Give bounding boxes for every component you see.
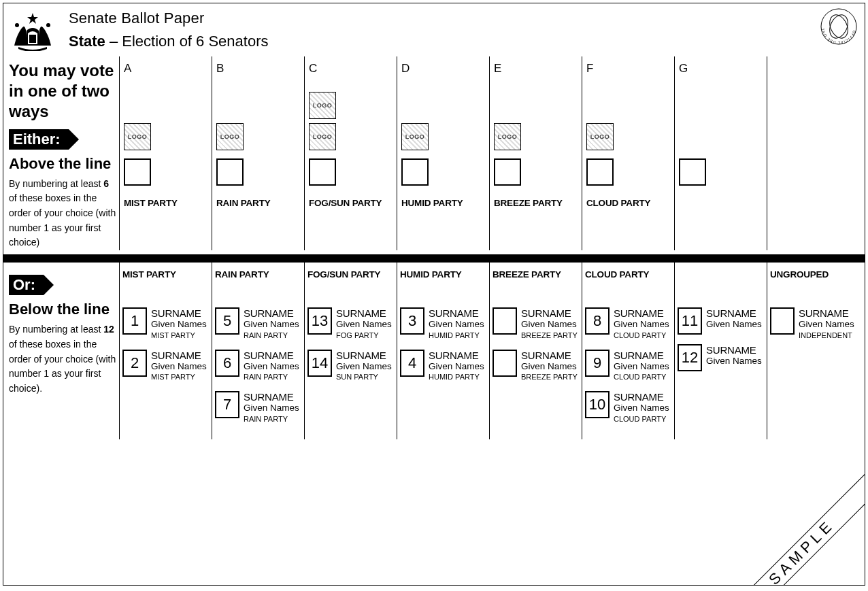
candidate-text: SURNAMEGiven Names <box>706 344 762 371</box>
sample-watermark: SAMPLE <box>716 467 865 586</box>
above-vote-box[interactable] <box>309 158 336 186</box>
below-column: RAIN PARTY5SURNAMEGiven NamesRAIN PARTY6… <box>212 263 304 439</box>
party-logo: LOGO <box>309 92 336 119</box>
candidate-text: SURNAMEGiven NamesINDEPENDENT <box>799 307 854 339</box>
candidate-given-names: Given Names <box>706 319 762 330</box>
above-vote-box[interactable] <box>216 158 244 186</box>
candidate-text: SURNAMEGiven NamesCLOUD PARTY <box>614 391 669 423</box>
logo-area: LOGO <box>494 82 578 150</box>
candidate-row: SURNAMEGiven NamesBREEZE PARTY <box>493 350 579 382</box>
crest-icon <box>7 10 58 51</box>
candidate-vote-box[interactable] <box>493 350 517 377</box>
candidate-row: 11SURNAMEGiven Names <box>678 307 764 335</box>
below-column: CLOUD PARTY8SURNAMEGiven NamesCLOUD PART… <box>582 263 674 439</box>
section-divider <box>3 254 865 263</box>
candidate-text: SURNAMEGiven NamesCLOUD PARTY <box>614 307 669 339</box>
candidate-text: SURNAMEGiven Names <box>706 307 762 335</box>
below-column: BREEZE PARTYSURNAMEGiven NamesBREEZE PAR… <box>489 263 582 439</box>
svg-text:OFFICIAL USE ONLY: OFFICIAL USE ONLY <box>820 7 856 45</box>
column-letter: D <box>401 62 485 75</box>
candidate-vote-box[interactable] <box>493 307 517 335</box>
candidate-given-names: Given Names <box>244 403 299 413</box>
you-may-text: You may vote in one of two ways <box>9 61 116 122</box>
svg-rect-1 <box>29 35 36 43</box>
candidate-vote-box[interactable]: 13 <box>307 307 332 335</box>
below-party-name-label <box>678 269 764 307</box>
candidate-text: SURNAMEGiven NamesRAIN PARTY <box>244 307 299 339</box>
party-name-label: BREEZE PARTY <box>494 198 578 210</box>
candidate-vote-box[interactable]: 7 <box>215 391 239 418</box>
candidate-vote-box[interactable]: 4 <box>400 350 424 377</box>
candidate-text: SURNAMEGiven NamesMIST PARTY <box>151 307 207 339</box>
candidate-row: 3SURNAMEGiven NamesHUMID PARTY <box>400 307 486 339</box>
candidate-party: RAIN PARTY <box>244 373 299 382</box>
candidate-party: CLOUD PARTY <box>614 331 669 340</box>
logo-area: LOGO <box>401 82 485 150</box>
candidate-given-names: Given Names <box>429 319 484 330</box>
candidate-party: MIST PARTY <box>151 331 207 340</box>
above-column <box>767 56 859 250</box>
candidate-vote-box[interactable]: 3 <box>400 307 424 335</box>
candidate-row: 10SURNAMEGiven NamesCLOUD PARTY <box>585 391 671 423</box>
above-instructions: By numbering at least 6 of these boxes i… <box>9 177 116 250</box>
above-vote-box[interactable] <box>401 158 429 186</box>
below-column: 11SURNAMEGiven Names12SURNAMEGiven Names <box>674 263 767 439</box>
candidate-vote-box[interactable]: 2 <box>122 350 147 377</box>
either-tag: Either: <box>9 129 69 150</box>
candidate-surname: SURNAME <box>429 350 484 361</box>
candidate-row: 4SURNAMEGiven NamesHUMID PARTY <box>400 350 486 382</box>
above-column: G <box>674 56 767 250</box>
column-letter: C <box>309 62 393 75</box>
candidate-vote-box[interactable]: 5 <box>215 307 239 335</box>
column-letter: E <box>494 62 578 75</box>
below-the-line-section: Or: Below the line By numbering at least… <box>3 263 865 439</box>
below-party-name-label: FOG/SUN PARTY <box>307 269 394 307</box>
candidate-party: SUN PARTY <box>336 373 392 382</box>
above-vote-box[interactable] <box>124 158 151 186</box>
column-letter <box>771 62 855 75</box>
below-column: UNGROUPEDSURNAMEGiven NamesINDEPENDENT <box>767 263 859 439</box>
candidate-text: SURNAMEGiven NamesRAIN PARTY <box>244 391 299 423</box>
above-the-line-title: Above the line <box>9 155 116 173</box>
candidate-given-names: Given Names <box>521 319 578 330</box>
party-name-label: HUMID PARTY <box>401 198 485 210</box>
candidate-vote-box[interactable]: 8 <box>585 307 610 335</box>
candidate-given-names: Given Names <box>244 361 299 372</box>
candidate-vote-box[interactable] <box>770 307 795 335</box>
candidate-given-names: Given Names <box>799 319 854 330</box>
candidate-vote-box[interactable]: 10 <box>585 391 610 418</box>
candidate-given-names: Given Names <box>336 361 392 372</box>
candidate-vote-box[interactable]: 14 <box>307 350 332 377</box>
candidate-surname: SURNAME <box>244 307 299 319</box>
party-logo: LOGO <box>401 123 429 150</box>
candidate-given-names: Given Names <box>614 361 669 372</box>
candidate-surname: SURNAME <box>244 391 299 403</box>
party-name-label <box>771 198 855 210</box>
svg-point-3 <box>46 23 50 27</box>
below-column: FOG/SUN PARTY13SURNAMEGiven NamesFOG PAR… <box>304 263 397 439</box>
party-logo: LOGO <box>494 123 521 150</box>
above-vote-box[interactable] <box>494 158 521 186</box>
candidate-text: SURNAMEGiven NamesHUMID PARTY <box>429 350 484 382</box>
above-vote-box[interactable] <box>679 158 706 186</box>
candidate-vote-box[interactable]: 12 <box>678 344 702 371</box>
candidate-row: SURNAMEGiven NamesBREEZE PARTY <box>493 307 579 339</box>
below-instructions: By numbering at least 12 of these boxes … <box>9 322 116 396</box>
above-column: ELOGOBREEZE PARTY <box>489 56 582 250</box>
below-the-line-title: Below the line <box>9 301 116 318</box>
above-vote-box[interactable] <box>586 158 614 186</box>
candidate-row: SURNAMEGiven NamesINDEPENDENT <box>770 307 856 339</box>
candidate-vote-box[interactable]: 9 <box>585 350 610 377</box>
candidate-text: SURNAMEGiven NamesSUN PARTY <box>336 350 392 382</box>
candidate-vote-box[interactable]: 1 <box>122 307 147 335</box>
candidate-row: 5SURNAMEGiven NamesRAIN PARTY <box>215 307 301 339</box>
above-column: ALOGOMIST PARTY <box>119 56 212 250</box>
candidate-row: 9SURNAMEGiven NamesCLOUD PARTY <box>585 350 671 382</box>
candidate-vote-box[interactable]: 6 <box>215 350 239 377</box>
party-logo: LOGO <box>124 123 151 150</box>
candidate-surname: SURNAME <box>336 307 392 319</box>
candidate-vote-box[interactable]: 11 <box>678 307 702 335</box>
candidate-row: 14SURNAMEGiven NamesSUN PARTY <box>307 350 394 382</box>
below-party-name-label: RAIN PARTY <box>215 269 301 307</box>
candidate-party: CLOUD PARTY <box>614 415 669 424</box>
